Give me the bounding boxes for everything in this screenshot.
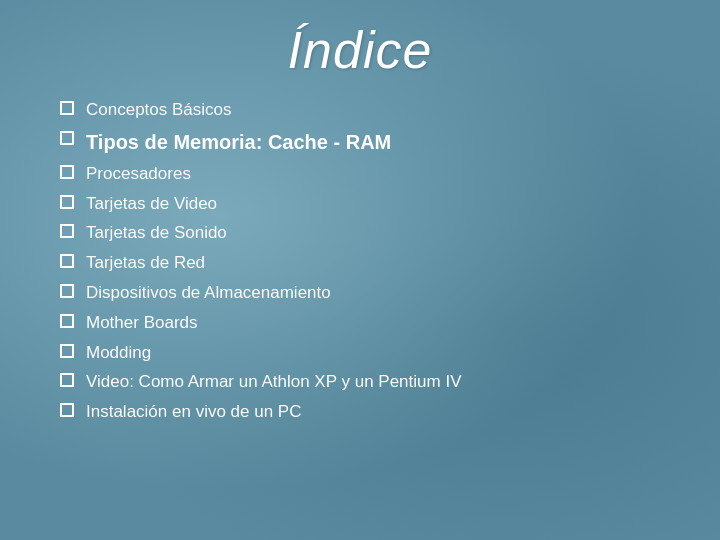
list-item-text: Mother Boards bbox=[86, 311, 198, 335]
list-item: Video: Como Armar un Athlon XP y un Pent… bbox=[60, 370, 680, 394]
bullet-icon bbox=[60, 284, 74, 298]
index-list: Conceptos BásicosTipos de Memoria: Cache… bbox=[40, 98, 680, 430]
list-item-text: Instalación en vivo de un PC bbox=[86, 400, 301, 424]
list-item: Instalación en vivo de un PC bbox=[60, 400, 680, 424]
list-item: Tarjetas de Sonido bbox=[60, 221, 680, 245]
list-item: Modding bbox=[60, 341, 680, 365]
bullet-icon bbox=[60, 131, 74, 145]
bullet-icon bbox=[60, 403, 74, 417]
bullet-icon bbox=[60, 314, 74, 328]
list-item-text: Dispositivos de Almacenamiento bbox=[86, 281, 331, 305]
list-item-text: Modding bbox=[86, 341, 151, 365]
list-item-text: Tarjetas de Red bbox=[86, 251, 205, 275]
list-item-text: Tarjetas de Sonido bbox=[86, 221, 227, 245]
list-item-text: Tarjetas de Video bbox=[86, 192, 217, 216]
list-item: Mother Boards bbox=[60, 311, 680, 335]
bullet-icon bbox=[60, 373, 74, 387]
list-item: Tarjetas de Video bbox=[60, 192, 680, 216]
list-item-text: Conceptos Básicos bbox=[86, 98, 232, 122]
list-item: Tipos de Memoria: Cache - RAM bbox=[60, 128, 680, 156]
list-item: Conceptos Básicos bbox=[60, 98, 680, 122]
bullet-icon bbox=[60, 195, 74, 209]
bullet-icon bbox=[60, 101, 74, 115]
bullet-icon bbox=[60, 344, 74, 358]
bullet-icon bbox=[60, 165, 74, 179]
bullet-icon bbox=[60, 254, 74, 268]
list-item: Tarjetas de Red bbox=[60, 251, 680, 275]
list-item: Procesadores bbox=[60, 162, 680, 186]
list-item: Dispositivos de Almacenamiento bbox=[60, 281, 680, 305]
list-item-text: Procesadores bbox=[86, 162, 191, 186]
list-item-text: Tipos de Memoria: Cache - RAM bbox=[86, 128, 391, 156]
list-item-text: Video: Como Armar un Athlon XP y un Pent… bbox=[86, 370, 461, 394]
page-title: Índice bbox=[40, 20, 680, 80]
bullet-icon bbox=[60, 224, 74, 238]
